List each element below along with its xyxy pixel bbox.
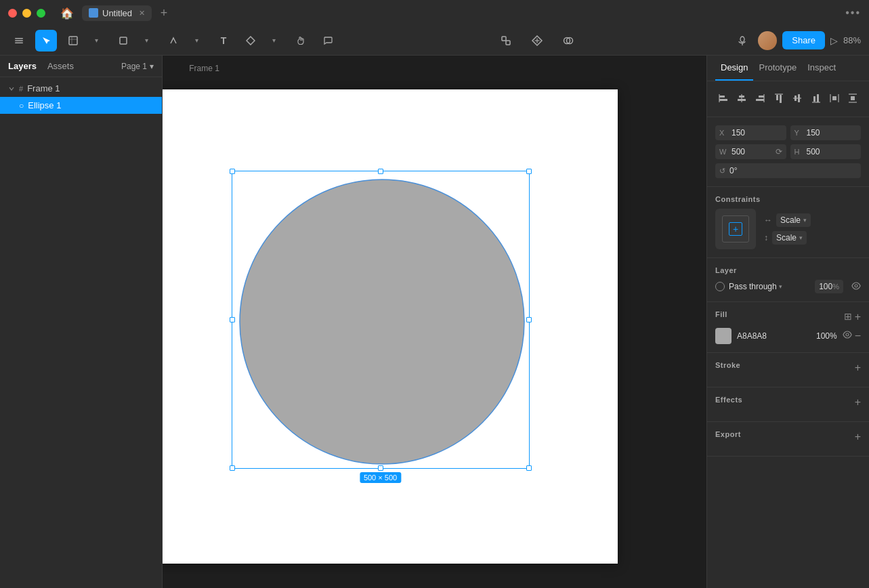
comment-tool[interactable] — [317, 30, 339, 51]
selection-box: 500 × 500 — [232, 171, 530, 469]
h-constraint-chevron: ▾ — [803, 217, 807, 224]
constraint-inner-box: + — [729, 222, 742, 236]
handle-bm[interactable] — [378, 465, 383, 471]
handle-ml[interactable] — [230, 317, 235, 322]
tool-group-comment — [317, 30, 339, 51]
v-constraint-select[interactable]: Scale ▾ — [772, 231, 807, 245]
effects-add-icon[interactable]: + — [855, 396, 861, 408]
pen-tool-arrow[interactable]: ▾ — [186, 30, 207, 51]
align-left-btn[interactable] — [715, 89, 731, 107]
maximize-button[interactable] — [37, 9, 45, 18]
left-panel: Layers Assets Page 1 ▾ # Frame 1 ○ Ellip… — [0, 56, 163, 588]
fill-opacity-value[interactable]: 100% — [816, 331, 837, 341]
align-right-btn[interactable] — [753, 89, 768, 107]
fill-remove-icon[interactable]: − — [855, 331, 861, 341]
minimize-button[interactable] — [22, 9, 31, 18]
canvas-frame[interactable]: 500 × 500 — [163, 89, 618, 564]
active-tab[interactable]: Untitled ✕ — [82, 5, 152, 21]
frame-tool-arrow[interactable]: ▾ — [85, 30, 107, 51]
share-button[interactable]: Share — [782, 31, 825, 49]
tab-layers[interactable]: Layers — [8, 61, 37, 71]
page-selector[interactable]: Page 1 ▾ — [121, 62, 154, 71]
align-bottom-btn[interactable] — [808, 89, 824, 107]
y-field[interactable]: Y 150 — [790, 125, 862, 140]
titlebar-menu[interactable]: ••• — [845, 7, 861, 19]
align-top-btn[interactable] — [771, 89, 786, 107]
link-proportions-icon[interactable]: ⟳ — [776, 147, 782, 156]
fill-visibility-icon[interactable] — [843, 331, 852, 341]
home-button[interactable]: 🏠 — [56, 2, 78, 24]
component-create[interactable] — [527, 30, 547, 51]
toolbar-center — [344, 30, 729, 51]
shape-tool[interactable] — [112, 30, 134, 51]
h-constraint-select[interactable]: Scale ▾ — [776, 213, 811, 227]
rotation-field[interactable]: ↺ 0° — [715, 163, 861, 178]
layers-list: # Frame 1 ○ Ellipse 1 — [0, 77, 162, 117]
tab-inspect[interactable]: Inspect — [802, 56, 841, 81]
new-tab-button[interactable]: + — [154, 3, 173, 22]
tab-close-icon[interactable]: ✕ — [139, 9, 145, 18]
fill-grid-icon[interactable]: ⊞ — [844, 311, 852, 323]
component-tool-arrow[interactable]: ▾ — [263, 30, 284, 51]
handle-tl[interactable] — [230, 169, 235, 174]
svg-rect-6 — [120, 37, 127, 44]
menu-button[interactable] — [8, 30, 30, 51]
close-button[interactable] — [8, 9, 17, 18]
ellipse-shape[interactable] — [232, 171, 529, 468]
align-center-h-btn[interactable] — [734, 89, 749, 107]
stroke-add-icon[interactable]: + — [855, 362, 861, 374]
distribute-v-btn[interactable] — [845, 89, 861, 107]
y-value: 150 — [807, 128, 857, 138]
tab-prototype[interactable]: Prototype — [753, 56, 802, 81]
audio-button[interactable] — [732, 30, 753, 51]
layer-item-frame1[interactable]: # Frame 1 — [0, 80, 162, 97]
align-center-v-btn[interactable] — [790, 89, 805, 107]
constraints-selects: ↔ Scale ▾ ↕ Scale ▾ — [764, 213, 861, 245]
select-tool[interactable] — [35, 30, 57, 51]
layer-visibility-icon[interactable] — [851, 282, 861, 292]
canvas-area[interactable]: Frame 1 500 × 500 — [163, 56, 706, 588]
fill-swatch[interactable] — [715, 328, 732, 344]
blend-mode-select[interactable]: Pass through ▾ — [729, 282, 782, 291]
handle-br[interactable] — [526, 465, 532, 471]
tab-design[interactable]: Design — [715, 56, 753, 81]
fill-add-icon[interactable]: + — [855, 311, 861, 323]
tool-group-hand — [290, 30, 312, 51]
v-constraint-chevron: ▾ — [799, 234, 803, 241]
component-tool[interactable] — [240, 30, 261, 51]
fill-title: Fill — [715, 310, 727, 318]
export-add-icon[interactable]: + — [855, 431, 861, 443]
handle-mr[interactable] — [526, 317, 532, 322]
h-constraint-value: Scale — [780, 215, 801, 225]
ellipse1-label: Ellipse 1 — [28, 100, 61, 110]
shape-tool-arrow[interactable]: ▾ — [135, 30, 157, 51]
handle-tr[interactable] — [526, 169, 532, 174]
blend-mode-tool[interactable] — [558, 30, 578, 51]
text-tool[interactable]: T — [213, 30, 234, 51]
mask-tool[interactable] — [496, 30, 516, 51]
frame-icon: # — [19, 85, 23, 93]
tab-assets[interactable]: Assets — [47, 61, 74, 71]
hand-tool[interactable] — [290, 30, 312, 51]
pen-tool[interactable] — [163, 30, 184, 51]
svg-rect-31 — [813, 96, 815, 102]
avatar[interactable] — [758, 31, 777, 50]
layer-item-ellipse1[interactable]: ○ Ellipse 1 — [0, 97, 162, 114]
fill-hex-value[interactable]: A8A8A8 — [737, 331, 811, 341]
zoom-level[interactable]: 88% — [843, 35, 861, 45]
handle-bl[interactable] — [230, 465, 235, 471]
w-field[interactable]: W 500 ⟳ — [715, 144, 786, 159]
layer-title: Layer — [715, 266, 861, 274]
svg-point-40 — [855, 285, 857, 287]
fill-header-icons: ⊞ + — [844, 311, 861, 323]
x-field[interactable]: X 150 — [715, 125, 786, 140]
frame-label: Frame 1 — [189, 64, 219, 73]
h-field[interactable]: H 500 — [790, 144, 862, 159]
play-button[interactable]: ▷ — [830, 35, 838, 46]
svg-rect-38 — [851, 96, 855, 100]
handle-tm[interactable] — [378, 169, 383, 174]
frame-tool[interactable] — [62, 30, 84, 51]
svg-rect-32 — [817, 94, 819, 102]
opacity-field[interactable]: 100 % — [815, 280, 843, 293]
distribute-h-btn[interactable] — [826, 89, 842, 107]
